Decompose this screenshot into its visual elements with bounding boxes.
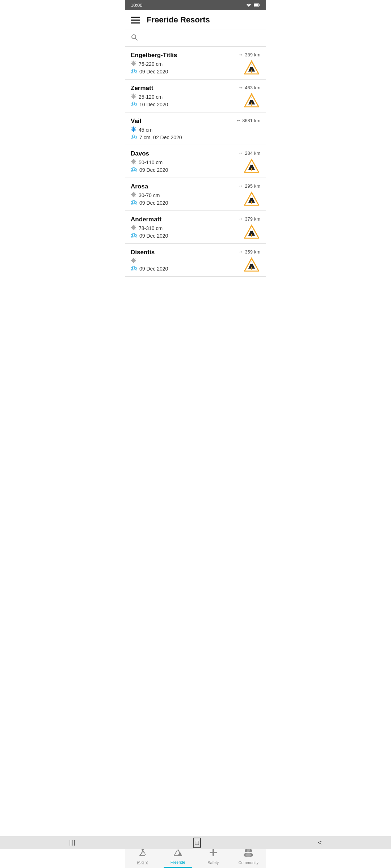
snowfall-icon <box>131 101 137 107</box>
resort-date: 09 Dec 2020 <box>131 68 220 75</box>
svg-rect-47 <box>251 105 252 106</box>
resort-distance-value: 8681 km <box>242 118 260 123</box>
resort-item[interactable]: Zermatt 25-120 cm <box>125 80 266 112</box>
avalanche-badge <box>243 224 260 239</box>
distance-arrow-icon: ↔ <box>238 183 243 189</box>
svg-rect-85 <box>251 170 252 171</box>
resort-meta: ↔ 284 km <box>220 150 260 173</box>
distance-arrow-icon: ↔ <box>238 216 243 222</box>
resort-snow: 78-310 cm <box>131 225 220 232</box>
resort-date: 09 Dec 2020 <box>131 200 220 206</box>
resort-item[interactable]: Engelberg-Titlis 75-220 cm <box>125 47 266 80</box>
resort-name: Engelberg-Titlis <box>131 52 220 59</box>
resort-date-value: 09 Dec 2020 <box>139 200 168 206</box>
resort-info: Davos 50-110 cm <box>131 150 220 173</box>
resort-item[interactable]: Arosa 30-70 cm <box>125 178 266 211</box>
resort-snow <box>131 258 220 265</box>
resort-meta: ↔ 379 km <box>220 216 260 239</box>
resort-distance-value: 284 km <box>245 150 260 156</box>
avalanche-badge <box>243 158 260 173</box>
resort-info: Engelberg-Titlis 75-220 cm <box>131 52 220 75</box>
resort-info: Arosa 30-70 cm <box>131 183 220 206</box>
snow-flake-icon <box>131 93 136 101</box>
svg-rect-148 <box>251 267 252 268</box>
resort-date: 09 Dec 2020 <box>131 265 220 272</box>
snowfall-icon <box>131 200 137 206</box>
svg-rect-25 <box>251 72 252 73</box>
snowfall-icon <box>131 233 137 239</box>
resort-distance-value: 295 km <box>245 183 260 189</box>
snowfall-icon <box>131 167 137 173</box>
resort-distance: ↔ 463 km <box>238 85 260 90</box>
resort-meta: ↔ 359 km <box>220 249 260 272</box>
distance-arrow-icon: ↔ <box>238 52 243 58</box>
resort-info: Vail 45 cm <box>131 118 220 140</box>
svg-rect-107 <box>251 203 252 204</box>
resort-date-value: 09 Dec 2020 <box>139 167 168 173</box>
status-icons <box>246 3 260 7</box>
menu-button[interactable] <box>131 17 140 24</box>
search-input[interactable] <box>142 35 260 41</box>
resort-snow-value: 78-310 cm <box>139 225 163 231</box>
resort-snow-value: 50-110 cm <box>139 159 163 165</box>
resort-name: Vail <box>131 118 220 125</box>
resort-info: Andermatt 78-310 cm <box>131 216 220 239</box>
resort-date: 09 Dec 2020 <box>131 233 220 239</box>
resort-distance-value: 379 km <box>245 216 260 222</box>
resort-name: Davos <box>131 150 220 157</box>
distance-arrow-icon: ↔ <box>238 85 243 90</box>
resort-date: 09 Dec 2020 <box>131 167 220 173</box>
resort-item[interactable]: Andermatt 78-310 cm <box>125 211 266 244</box>
resort-name: Zermatt <box>131 85 220 92</box>
distance-arrow-icon: ↔ <box>236 118 241 123</box>
resort-date-value: 7 cm, 02 Dec 2020 <box>139 135 182 140</box>
avalanche-badge <box>243 60 260 75</box>
resort-info: Zermatt 25-120 cm <box>131 85 220 107</box>
resort-list: Engelberg-Titlis 75-220 cm <box>125 47 266 327</box>
wifi-icon <box>246 3 252 7</box>
resort-distance: ↔ 284 km <box>238 150 260 156</box>
resort-date: 7 cm, 02 Dec 2020 <box>131 134 220 140</box>
svg-rect-48 <box>251 102 252 104</box>
resort-item[interactable]: Vail 45 cm <box>125 112 266 145</box>
resort-snow: 75-220 cm <box>131 60 220 68</box>
resort-info: Disentis <box>131 249 220 272</box>
resort-meta: ↔ 8681 km <box>220 118 260 123</box>
resort-meta: ↔ 463 km <box>220 85 260 108</box>
snow-flake-icon <box>131 60 136 68</box>
battery-icon <box>254 3 260 7</box>
resort-distance-value: 359 km <box>245 249 260 255</box>
resort-snow-value: 30-70 cm <box>139 192 160 198</box>
snow-flake-icon <box>131 258 136 265</box>
resort-snow: 30-70 cm <box>131 192 220 199</box>
snowfall-icon <box>131 134 137 140</box>
resort-snow-value: 25-120 cm <box>139 94 163 100</box>
avalanche-badge <box>243 191 260 206</box>
resort-snow-value: 75-220 cm <box>139 61 163 67</box>
distance-arrow-icon: ↔ <box>238 249 243 255</box>
resort-distance: ↔ 295 km <box>238 183 260 189</box>
avalanche-badge <box>243 93 260 108</box>
resort-distance: ↔ 379 km <box>238 216 260 222</box>
svg-rect-1 <box>254 4 258 6</box>
resort-date: 10 Dec 2020 <box>131 101 220 107</box>
resort-meta: ↔ 295 km <box>220 183 260 206</box>
resort-item[interactable]: Davos 50-110 cm <box>125 145 266 178</box>
resort-date-value: 09 Dec 2020 <box>139 266 168 272</box>
status-time: 10:00 <box>131 3 143 8</box>
resort-distance: ↔ 389 km <box>238 52 260 58</box>
resort-date-value: 09 Dec 2020 <box>139 69 168 75</box>
avalanche-badge <box>243 257 260 272</box>
resort-item[interactable]: Disentis <box>125 244 266 277</box>
resort-date-value: 10 Dec 2020 <box>139 102 168 107</box>
resort-snow-value: 45 cm <box>139 127 152 133</box>
svg-rect-86 <box>251 168 252 170</box>
resort-date-value: 09 Dec 2020 <box>139 233 168 239</box>
resort-distance-value: 389 km <box>245 52 260 58</box>
snow-flake-icon <box>131 192 136 199</box>
svg-rect-108 <box>251 201 252 203</box>
resort-meta: ↔ 389 km <box>220 52 260 75</box>
page-title: Freeride Resorts <box>147 15 210 25</box>
snow-flake-icon <box>131 159 136 166</box>
resort-snow: 25-120 cm <box>131 93 220 101</box>
